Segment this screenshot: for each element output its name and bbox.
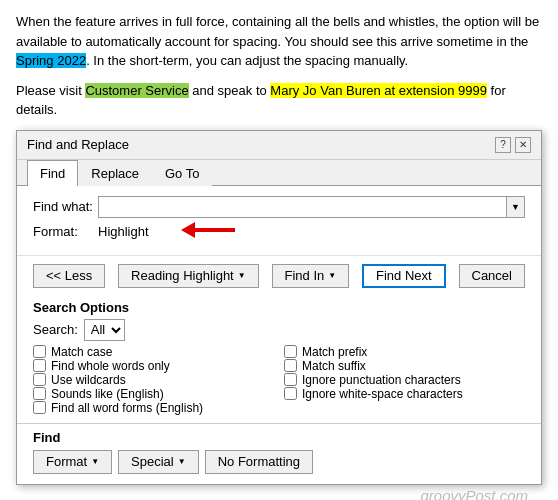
dialog-tabs: Find Replace Go To <box>17 160 541 186</box>
tab-goto[interactable]: Go To <box>152 160 212 186</box>
checkbox-match-case: Match case <box>33 345 274 359</box>
dialog-controls: ? ✕ <box>495 137 531 153</box>
checkbox-match-suffix-input[interactable] <box>284 359 297 372</box>
arrow-body-icon <box>195 228 235 232</box>
highlight-spring: Spring 2022 <box>16 53 86 68</box>
checkbox-col-left: Match case Find whole words only Use wil… <box>33 345 274 415</box>
checkbox-ignore-space-input[interactable] <box>284 387 297 400</box>
prose-block: When the feature arrives in full force, … <box>16 12 542 71</box>
search-label: Search: <box>33 322 78 337</box>
close-button[interactable]: ✕ <box>515 137 531 153</box>
special-button[interactable]: Special <box>118 450 199 474</box>
prose-line1: When the feature arrives in full force, … <box>16 14 539 49</box>
find-what-label: Find what: <box>33 199 98 214</box>
find-next-button[interactable]: Find Next <box>362 264 446 288</box>
prose-line2-start: Please visit <box>16 83 85 98</box>
checkbox-sounds-like-input[interactable] <box>33 387 46 400</box>
search-options-title: Search Options <box>33 300 525 315</box>
dialog-body: Find what: ▼ Format: Highlight <box>17 186 541 255</box>
bottom-section: Find Format Special No Formatting <box>17 423 541 484</box>
less-button[interactable]: << Less <box>33 264 105 288</box>
prose-block2: Please visit Customer Service and speak … <box>16 81 542 120</box>
no-formatting-button[interactable]: No Formatting <box>205 450 313 474</box>
checkbox-ignore-space: Ignore white-space characters <box>284 387 525 401</box>
bottom-section-title: Find <box>33 430 525 445</box>
checkbox-sounds-like: Sounds like (English) <box>33 387 274 401</box>
tab-replace[interactable]: Replace <box>78 160 152 186</box>
search-row: Search: All <box>33 319 525 341</box>
help-button[interactable]: ? <box>495 137 511 153</box>
red-arrow-indicator <box>181 222 235 238</box>
checkbox-whole-words-input[interactable] <box>33 359 46 372</box>
cancel-button[interactable]: Cancel <box>459 264 525 288</box>
search-select[interactable]: All <box>84 319 125 341</box>
format-bottom-button[interactable]: Format <box>33 450 112 474</box>
dialog-title: Find and Replace <box>27 137 129 152</box>
format-label: Format: <box>33 224 98 239</box>
checkbox-col-right: Match prefix Match suffix Ignore punctua… <box>284 345 525 415</box>
checkbox-ignore-punct-input[interactable] <box>284 373 297 386</box>
checkbox-match-prefix-input[interactable] <box>284 345 297 358</box>
prose-line2-mid: and speak to <box>189 83 271 98</box>
find-dropdown-arrow[interactable]: ▼ <box>507 196 525 218</box>
checkbox-wildcards: Use wildcards <box>33 373 274 387</box>
tab-find[interactable]: Find <box>27 160 78 186</box>
format-row: Format: Highlight <box>33 224 525 239</box>
checkbox-wildcards-input[interactable] <box>33 373 46 386</box>
reading-highlight-button[interactable]: Reading Highlight <box>118 264 259 288</box>
arrow-head-icon <box>181 222 195 238</box>
find-in-button[interactable]: Find In <box>272 264 350 288</box>
search-options-section: Search Options Search: All Match case Fi… <box>17 294 541 423</box>
format-value: Highlight <box>98 224 149 239</box>
prose-line1-end: . In the short-term, you can adjust the … <box>86 53 408 68</box>
find-input[interactable] <box>98 196 507 218</box>
highlight-name: Mary Jo Van Buren at extension 9999 <box>270 83 487 98</box>
checkbox-ignore-punct: Ignore punctuation characters <box>284 373 525 387</box>
dialog-titlebar: Find and Replace ? ✕ <box>17 131 541 160</box>
checkbox-grid: Match case Find whole words only Use wil… <box>33 345 525 415</box>
checkbox-match-case-input[interactable] <box>33 345 46 358</box>
watermark: groovyPost.com <box>420 487 528 500</box>
find-replace-dialog: Find and Replace ? ✕ Find Replace Go To … <box>16 130 542 485</box>
bottom-buttons: Format Special No Formatting <box>33 450 525 474</box>
find-what-row: Find what: ▼ <box>33 196 525 218</box>
checkbox-match-suffix: Match suffix <box>284 359 525 373</box>
highlight-customer: Customer Service <box>85 83 188 98</box>
checkbox-match-prefix: Match prefix <box>284 345 525 359</box>
find-input-wrap: ▼ <box>98 196 525 218</box>
checkbox-whole-words: Find whole words only <box>33 359 274 373</box>
dialog-button-row: << Less Reading Highlight Find In Find N… <box>17 255 541 294</box>
checkbox-word-forms-input[interactable] <box>33 401 46 414</box>
checkbox-word-forms: Find all word forms (English) <box>33 401 274 415</box>
